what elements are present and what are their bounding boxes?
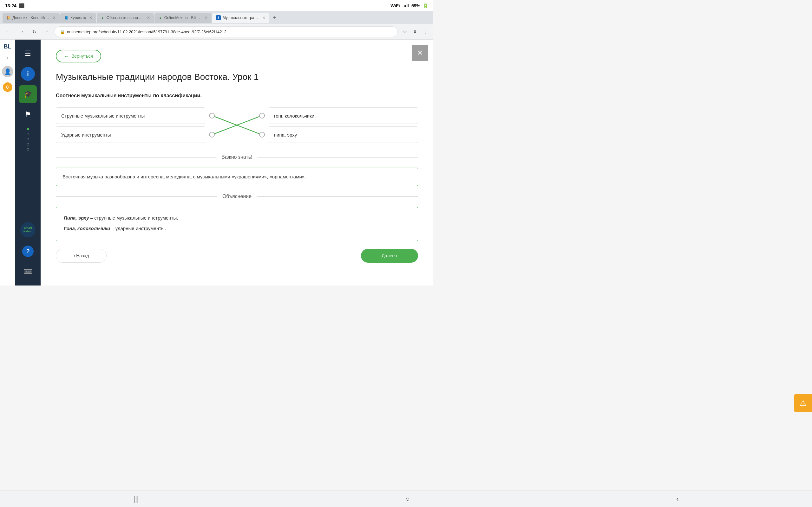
bottom-buttons: ‹ Назад Далее › [56, 249, 418, 263]
address-input[interactable]: 🔒 onlinemektep.org/schedule/11.02.2021/l… [55, 26, 398, 37]
signal-icon: .ull [403, 3, 409, 8]
tab-kundelik-close[interactable]: ✕ [89, 15, 92, 20]
explanation-line-1: Пипа, эрху – струнные музыкальные инстру… [64, 214, 410, 222]
prev-button[interactable]: ‹ Назад [56, 249, 107, 263]
matching-left-column: Струнные музыкальные инструменты Ударные… [56, 107, 205, 143]
help-icon: ? [22, 245, 34, 257]
tab-obrazov-label: Образовательная пл... [107, 15, 144, 20]
important-box: Восточная музыка разнообразна и интересн… [56, 168, 418, 186]
important-divider: Важно знать! [56, 154, 418, 160]
hamburger-icon: ☰ [25, 49, 31, 58]
flag-button[interactable]: ⚑ [19, 106, 37, 123]
keyboard-button[interactable]: ⌨ [19, 263, 37, 280]
score-badge: 0 [3, 82, 12, 92]
explanation-bold-1: Пипа, эрху [64, 215, 89, 221]
address-bar: ← → ↻ ⌂ 🔒 onlinemektep.org/schedule/11.0… [0, 24, 433, 39]
smart-nation-label: Smart Nation [20, 226, 36, 233]
tab-obrazov[interactable]: ● Образовательная пл... ✕ [97, 13, 154, 23]
left-item-2: Ударные инструменты [56, 126, 205, 143]
tab-muzik[interactable]: 3 Музыкальные тради... ✕ [212, 13, 269, 23]
next-button[interactable]: Далее › [361, 249, 418, 263]
flag-icon: ⚑ [25, 110, 31, 118]
matching-right-column: гонг, колокольчики пипа, эрху [269, 107, 418, 143]
browser-chrome: 📔 Дневник - Kundelik.k... ✕ 📘 Күнделік ✕… [0, 11, 433, 40]
menu-button[interactable]: ⋮ [420, 27, 429, 36]
wifi-icon: WiFi [391, 3, 400, 8]
arrow-left-icon: ← [64, 54, 69, 59]
tab-muzik-favicon: 3 [216, 15, 221, 20]
lesson-title: Музыкальные традиции народов Востока. Ур… [56, 71, 418, 83]
tab-onlinemektep-favicon: ● [158, 15, 162, 20]
tab-bar: 📔 Дневник - Kundelik.k... ✕ 📘 Күнделік ✕… [0, 11, 433, 24]
tab-dnevnik-close[interactable]: ✕ [53, 15, 56, 20]
dot-filled-1 [27, 128, 29, 130]
divider-line-left-2 [56, 196, 217, 197]
explanation-label: Объяснение [222, 193, 252, 199]
tab-onlinemektep[interactable]: ● OnlineMektep - BilimL... ✕ [154, 13, 212, 23]
tab-dnevnik-favicon: 📔 [6, 15, 10, 20]
tab-obrazov-close[interactable]: ✕ [147, 15, 150, 20]
dot-empty-2 [27, 138, 29, 140]
status-time: 13:24 [5, 3, 16, 8]
matching-center [205, 106, 269, 144]
new-tab-button[interactable]: + [270, 13, 279, 22]
tab-kundelik-label: Күнделік [70, 15, 86, 20]
right-dot-1[interactable] [259, 113, 265, 118]
graduate-icon: 🎓 [24, 90, 32, 98]
tab-dnevnik[interactable]: 📔 Дневник - Kundelik.k... ✕ [3, 13, 60, 23]
screen-record-icon: ⬛ [19, 3, 24, 8]
url-text: onlinemektep.org/schedule/11.02.2021/les… [67, 30, 392, 34]
explanation-bold-2: Гонг, колокольчики [64, 226, 110, 231]
home-button[interactable]: ⌂ [42, 26, 52, 37]
explanation-text-1: – струнные музыкальные инструменты. [90, 215, 178, 221]
explanation-line-2: Гонг, колокольчики – ударные инструменты… [64, 224, 410, 233]
task-instruction: Соотнеси музыкальные инструменты по клас… [56, 93, 418, 99]
back-label: Вернуться [71, 54, 93, 59]
lock-icon: 🔒 [60, 30, 65, 34]
help-button[interactable]: ? [19, 242, 37, 260]
matching-exercise: Струнные музыкальные инструменты Ударные… [56, 106, 418, 144]
tab-obrazov-favicon: ● [101, 15, 105, 20]
info-icon: i [21, 67, 35, 81]
battery-text: 59% [411, 3, 420, 8]
sidebar-dots [27, 126, 29, 153]
left-dot-2[interactable] [209, 132, 215, 137]
close-button[interactable]: ✕ [412, 45, 428, 61]
tab-muzik-label: Музыкальные тради... [223, 15, 259, 20]
back-button[interactable]: ← [4, 26, 14, 37]
divider-line-left [56, 157, 216, 158]
main-content: ✕ ← Вернуться Музыкальные традиции народ… [41, 40, 433, 285]
bookmark-button[interactable]: ☆ [400, 27, 409, 36]
battery-icon: 🔋 [423, 3, 428, 8]
right-dot-2[interactable] [259, 132, 265, 137]
left-sidebar-mini: BL › 👤 0 [0, 40, 15, 285]
tab-muzik-close[interactable]: ✕ [262, 15, 265, 20]
reload-button[interactable]: ↻ [29, 26, 39, 37]
bl-logo: BL [4, 43, 11, 50]
page-layout: BL › 👤 0 ☰ i 🎓 ⚑ Smart Nation ? [0, 40, 433, 285]
address-actions: ☆ ⬇ ⋮ [400, 27, 429, 36]
left-item-1: Струнные музыкальные инструменты [56, 107, 205, 124]
divider-line-right [258, 157, 418, 158]
explanation-divider: Объяснение [56, 193, 418, 199]
tab-kundelik[interactable]: 📘 Күнделік ✕ [60, 13, 96, 23]
back-to-lesson-button[interactable]: ← Вернуться [56, 50, 101, 62]
dot-empty-4 [27, 148, 29, 151]
tab-onlinemektep-label: OnlineMektep - BilimL... [164, 15, 201, 20]
dot-empty-3 [27, 143, 29, 146]
forward-button[interactable]: → [16, 26, 27, 37]
download-button[interactable]: ⬇ [410, 27, 419, 36]
graduate-button[interactable]: 🎓 [19, 85, 37, 103]
info-button[interactable]: i [19, 65, 37, 83]
dark-sidebar: ☰ i 🎓 ⚑ Smart Nation ? ⌨ [15, 40, 41, 285]
smart-nation-button[interactable]: Smart Nation [20, 222, 36, 237]
explanation-box: Пипа, эрху – струнные музыкальные инстру… [56, 207, 418, 241]
tab-onlinemektep-close[interactable]: ✕ [205, 15, 208, 20]
left-dot-1[interactable] [209, 113, 215, 118]
tab-kundelik-favicon: 📘 [64, 15, 68, 20]
dot-empty-1 [27, 133, 29, 135]
hamburger-menu-button[interactable]: ☰ [19, 45, 37, 62]
expand-arrow[interactable]: › [7, 55, 8, 61]
important-text: Восточная музыка разнообразна и интересн… [62, 174, 306, 179]
tab-dnevnik-label: Дневник - Kundelik.k... [12, 15, 49, 20]
